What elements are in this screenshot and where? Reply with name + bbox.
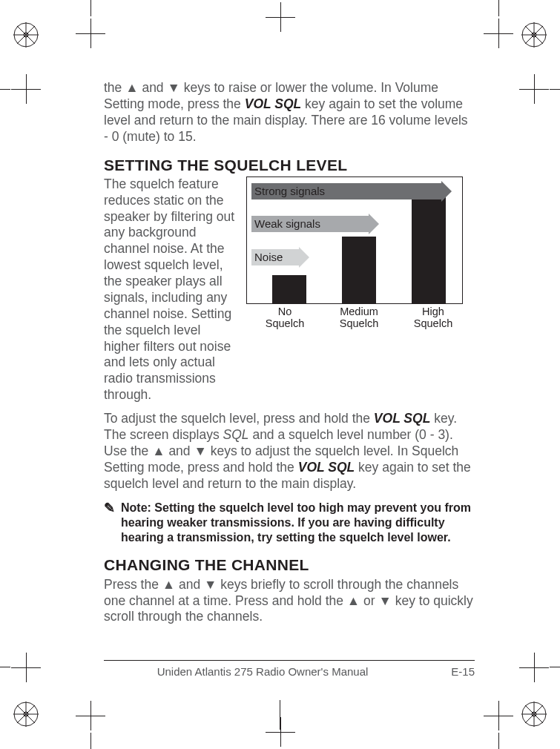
crop-line: [550, 89, 560, 90]
text: and: [139, 80, 168, 95]
crop-line: [90, 733, 91, 749]
squelch-diagram: Strong signals Weak signals Noise No Squ…: [246, 176, 475, 403]
up-arrow-icon: ▲: [152, 443, 165, 458]
down-arrow-icon: ▼: [378, 593, 391, 608]
strong-signal-arrow: Strong signals: [251, 183, 441, 199]
reg-radial-icon: [521, 22, 547, 47]
crop-line: [90, 0, 91, 16]
crop-line: [498, 0, 499, 16]
bar-high-squelch: [412, 192, 446, 303]
reg-radial-icon: [13, 22, 39, 47]
down-arrow-icon: ▼: [167, 80, 179, 95]
weak-signal-arrow: Weak signals: [251, 216, 369, 232]
page-footer: Uniden Atlantis 275 Radio Owner's Manual…: [104, 660, 475, 678]
squelch-description: The squelch feature reduces static on th…: [104, 176, 236, 403]
reg-cross-icon: [484, 701, 513, 730]
crop-line: [498, 733, 499, 749]
heading-channel: CHANGING THE CHANNEL: [104, 555, 475, 575]
bar-labels: No Squelch Medium Squelch High Squelch: [246, 306, 461, 330]
up-arrow-icon: ▲: [347, 593, 360, 608]
reg-cross-icon: [484, 19, 513, 48]
down-arrow-icon: ▼: [204, 577, 217, 592]
reg-cross-icon: [11, 74, 41, 104]
text: the: [104, 80, 125, 95]
label-no-squelch: No Squelch: [255, 306, 314, 330]
key-name: VOL SQL: [298, 460, 355, 475]
strong-signal-label: Strong signals: [254, 185, 325, 199]
text: To adjust the squelch level, press and h…: [104, 411, 374, 426]
up-arrow-icon: ▲: [162, 577, 175, 592]
note-text: Note: Setting the squelch level too high…: [121, 501, 475, 545]
intro-paragraph: the ▲ and ▼ keys to raise or lower the v…: [104, 80, 475, 145]
screen-text: SQL: [223, 427, 249, 442]
reg-cross-icon: [519, 653, 549, 682]
text: and: [175, 577, 204, 592]
page-body: the ▲ and ▼ keys to raise or lower the v…: [104, 80, 475, 630]
footer-rule: [104, 660, 475, 661]
reg-radial-icon: [13, 702, 39, 727]
reg-cross-icon: [266, 717, 295, 747]
note-block: ✎ Note: Setting the squelch level too hi…: [104, 501, 475, 545]
diagram-box: Strong signals Weak signals Noise: [246, 176, 463, 304]
footer-title: Uniden Atlantis 275 Radio Owner's Manual: [104, 665, 421, 678]
crop-line: [0, 667, 10, 667]
down-arrow-icon: ▼: [194, 443, 206, 458]
crop-line: [550, 667, 560, 667]
page-number: E-15: [421, 665, 475, 678]
up-arrow-icon: ▲: [125, 80, 138, 95]
text: or: [360, 593, 378, 608]
weak-signal-label: Weak signals: [254, 217, 320, 231]
reg-cross-icon: [519, 74, 549, 104]
note-icon: ✎: [104, 501, 115, 545]
text: Press the: [104, 577, 162, 592]
channel-paragraph: Press the ▲ and ▼ keys briefly to scroll…: [104, 577, 475, 626]
key-name: VOL SQL: [374, 411, 431, 426]
noise-arrow: Noise: [251, 249, 299, 265]
heading-squelch: SETTING THE SQUELCH LEVEL: [104, 156, 475, 175]
text: and: [165, 443, 194, 458]
crop-line: [280, 700, 280, 730]
reg-cross-icon: [11, 653, 41, 682]
reg-cross-icon: [76, 19, 105, 48]
crop-line: [0, 89, 10, 90]
bar-no-squelch: [272, 275, 306, 303]
bar-medium-squelch: [342, 237, 376, 303]
key-name: VOL SQL: [245, 96, 302, 111]
reg-cross-icon: [266, 2, 295, 32]
noise-label: Noise: [254, 251, 283, 265]
label-medium-squelch: Medium Squelch: [329, 306, 389, 330]
adjust-squelch-paragraph: To adjust the squelch level, press and h…: [104, 411, 475, 492]
reg-cross-icon: [76, 701, 105, 730]
reg-radial-icon: [521, 702, 547, 727]
label-high-squelch: High Squelch: [403, 306, 463, 330]
